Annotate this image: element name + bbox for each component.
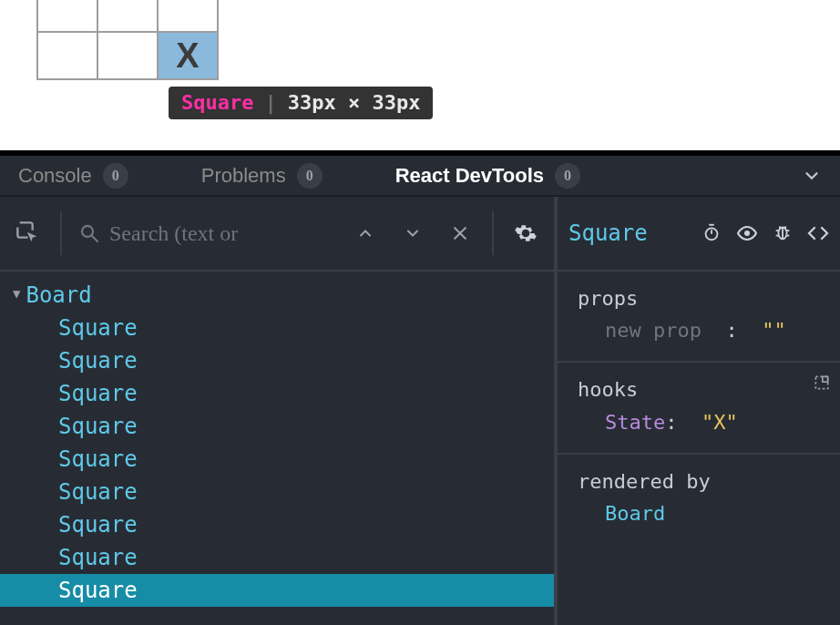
inspector-right-pane: Square props: [558, 197, 840, 625]
close-icon: [451, 224, 469, 242]
svg-point-6: [744, 231, 750, 236]
tree-row-square[interactable]: Square: [0, 410, 554, 443]
board-cell-selected[interactable]: X: [158, 32, 218, 79]
chevron-down-icon: [802, 166, 822, 186]
hook-state-key: State: [605, 411, 665, 434]
stopwatch-icon: [702, 222, 722, 242]
tab-problems-badge: 0: [297, 163, 323, 189]
tooltip-component-name: Square: [181, 93, 253, 113]
settings-button[interactable]: [510, 218, 541, 249]
search-prev-button[interactable]: [350, 218, 381, 249]
tab-problems-label: Problems: [201, 166, 286, 186]
chevron-up-icon: [356, 224, 374, 242]
tab-react-devtools[interactable]: React DevTools 0: [395, 163, 580, 189]
tabs-overflow-button[interactable]: [802, 166, 822, 186]
tree-row-square[interactable]: Square: [0, 377, 554, 410]
toolbar-separator: [492, 211, 494, 255]
expand-icon: [813, 374, 831, 392]
search-clear-button[interactable]: [445, 218, 476, 249]
cell-value: X: [159, 33, 217, 78]
props-section: props new prop : "": [558, 272, 840, 363]
tab-react-badge: 0: [555, 163, 580, 189]
selected-component-name: Square: [569, 222, 689, 244]
inspect-cursor-icon: [15, 220, 41, 246]
tree-row-square[interactable]: Square: [0, 476, 554, 508]
components-toolbar: [0, 197, 554, 272]
tree-row-square[interactable]: Square: [0, 443, 554, 476]
tree-row-board[interactable]: ▼Board: [0, 279, 554, 312]
devtools-tabstrip: Console 0 Problems 0 React DevTools 0: [0, 156, 840, 197]
suspend-button[interactable]: [702, 222, 722, 244]
bug-icon: [773, 222, 793, 242]
tree-row-square[interactable]: Square: [0, 312, 554, 344]
inspect-dom-button[interactable]: [736, 222, 758, 244]
tooltip-dimensions: 33px × 33px: [288, 93, 421, 113]
toolbar-separator: [60, 211, 62, 255]
dimensions-tooltip: Square | 33px × 33px: [169, 87, 433, 119]
devtools-panel: Console 0 Problems 0 React DevTools 0: [0, 150, 840, 625]
search-next-button[interactable]: [397, 218, 428, 249]
rendered-by-link[interactable]: Board: [578, 497, 840, 529]
search-input[interactable]: [109, 221, 292, 246]
board-cell[interactable]: [97, 32, 158, 79]
svg-rect-10: [823, 377, 828, 383]
tab-console-label: Console: [18, 166, 92, 186]
eye-icon: [736, 222, 758, 244]
board-cell[interactable]: [97, 0, 158, 32]
game-area: X Square | 33px × 33px: [0, 0, 840, 150]
board-cell[interactable]: [37, 0, 97, 32]
inspector-header: Square: [558, 197, 840, 272]
gear-icon: [514, 221, 538, 245]
components-left-pane: ▼BoardSquareSquareSquareSquareSquareSqua…: [0, 197, 558, 625]
board-cell[interactable]: [37, 32, 97, 79]
tree-row-square[interactable]: Square: [0, 541, 554, 574]
search-icon: [78, 222, 100, 244]
rendered-by-section: rendered by Board: [558, 455, 840, 544]
tree-row-square[interactable]: Square: [0, 508, 554, 541]
rendered-by-heading: rendered by: [578, 466, 840, 497]
hook-state-value: "X": [702, 411, 738, 434]
props-heading: props: [578, 282, 840, 314]
hooks-section: hooks State: "X": [558, 363, 840, 454]
svg-line-2: [92, 236, 97, 241]
tooltip-separator: |: [264, 93, 276, 113]
new-prop-key: new prop: [605, 319, 702, 342]
tictactoe-board: X: [36, 0, 219, 80]
code-icon: [807, 222, 829, 244]
tree-row-square[interactable]: Square: [0, 344, 554, 377]
tab-problems[interactable]: Problems 0: [201, 163, 323, 189]
hooks-parse-button[interactable]: [813, 374, 831, 392]
chevron-down-icon: [404, 224, 422, 242]
board-cell[interactable]: [158, 0, 218, 32]
hook-state-row[interactable]: State: "X": [578, 406, 840, 438]
tree-row-square[interactable]: Square: [0, 574, 554, 607]
component-tree[interactable]: ▼BoardSquareSquareSquareSquareSquareSqua…: [0, 272, 554, 625]
disclosure-triangle-icon: ▼: [13, 284, 20, 303]
tab-console[interactable]: Console 0: [18, 163, 128, 189]
hooks-heading: hooks: [578, 374, 840, 405]
tab-console-badge: 0: [103, 163, 128, 189]
search-field-wrap: [78, 221, 339, 246]
view-source-button[interactable]: [807, 222, 829, 244]
log-to-console-button[interactable]: [773, 222, 793, 244]
new-prop-value: "": [762, 319, 786, 342]
inspect-element-button[interactable]: [13, 218, 44, 249]
tab-react-label: React DevTools: [395, 166, 544, 186]
props-new-row[interactable]: new prop : "": [578, 314, 840, 346]
